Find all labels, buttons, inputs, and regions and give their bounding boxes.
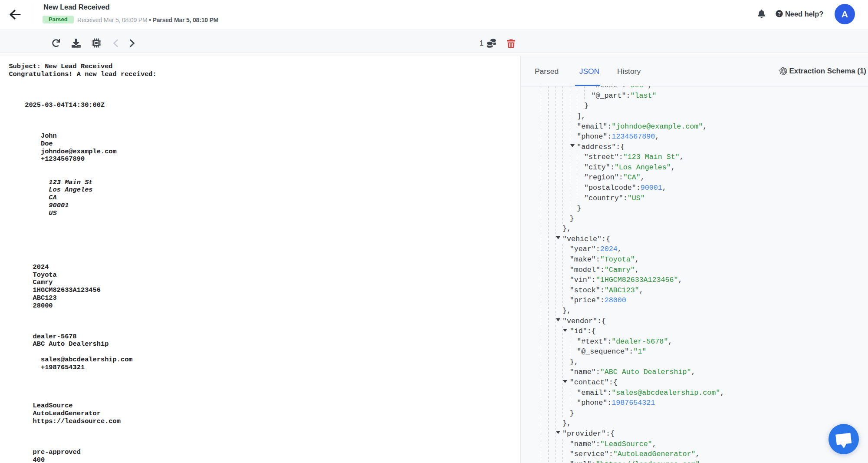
svg-text:?: ? <box>777 10 780 17</box>
